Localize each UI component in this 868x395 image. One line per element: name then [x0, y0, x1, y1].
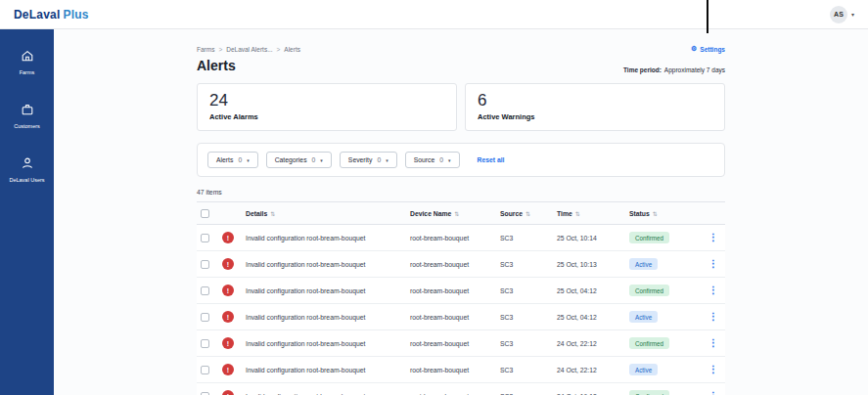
column-header-status[interactable]: Status ⇅: [629, 210, 702, 217]
row-actions-kebab[interactable]: ⋮: [702, 365, 725, 374]
filter-label: Source: [414, 156, 435, 163]
cell-details: Invalid configuration root-bream-bouquet: [246, 235, 410, 241]
chevron-down-icon: ▾: [448, 157, 451, 163]
table-row: ! Invalid configuration root-bream-bouqu…: [197, 225, 725, 251]
sidebar-item-label: Farms: [20, 69, 35, 75]
user-menu[interactable]: AS ▾: [830, 6, 854, 23]
breadcrumb-item-farms[interactable]: Farms: [197, 46, 214, 53]
status-badge: Active: [629, 258, 658, 270]
cell-source: SC3: [500, 340, 557, 347]
chevron-down-icon: ▾: [247, 157, 250, 163]
status-badge: Confirmed: [629, 337, 669, 349]
column-label: Source: [500, 210, 523, 217]
status-badge: Confirmed: [629, 285, 669, 296]
time-period-value: Approximately 7 days: [664, 66, 725, 73]
cell-time: 25 Oct, 10:13: [557, 261, 629, 268]
row-checkbox[interactable]: [201, 260, 209, 269]
table-row: ! Invalid configuration root-bream-bouqu…: [197, 357, 725, 383]
status-badge: Active: [629, 311, 658, 323]
cell-source: SC3: [500, 287, 557, 294]
chevron-down-icon: ▾: [320, 157, 323, 163]
sidebar-item-farms[interactable]: Farms: [0, 49, 54, 75]
cell-details: Invalid configuration root-bream-bouquet: [246, 287, 410, 294]
filter-dropdown-source[interactable]: Source 0 ▾: [405, 152, 460, 168]
logo-text-secondary: Plus: [63, 8, 88, 22]
sort-icon[interactable]: ⇅: [525, 210, 530, 217]
table-row: ! Invalid configuration root-bream-bouqu…: [197, 383, 725, 395]
cell-source: SC3: [500, 261, 557, 268]
avatar[interactable]: AS: [830, 6, 847, 23]
sidebar: Farms Customers DeLaval Users: [0, 29, 54, 395]
column-header-source[interactable]: Source ⇅: [500, 210, 557, 217]
cell-details: Invalid configuration root-bream-bouquet: [246, 367, 410, 373]
chevron-down-icon: ▾: [386, 157, 388, 163]
cell-device-name: root-bream-bouquet: [410, 261, 500, 268]
logo-text-primary: DeLaval: [14, 8, 60, 22]
table-row: ! Invalid configuration root-bream-bouqu…: [197, 278, 725, 304]
row-checkbox[interactable]: [201, 366, 209, 374]
alert-severity-icon: !: [222, 390, 234, 395]
stat-card-active-warnings: 6 Active Warnings: [465, 83, 725, 131]
cell-source: SC3: [500, 235, 557, 241]
active-alarms-count: 24: [209, 91, 444, 110]
row-checkbox[interactable]: [201, 339, 209, 348]
sidebar-item-delaval-users[interactable]: DeLaval Users: [0, 156, 54, 183]
sidebar-item-customers[interactable]: Customers: [0, 103, 54, 129]
sidebar-item-label: DeLaval Users: [9, 177, 44, 183]
cell-time: 24 Oct, 22:12: [557, 340, 629, 347]
select-all-checkbox[interactable]: [201, 209, 209, 218]
table-row: ! Invalid configuration root-bream-bouqu…: [197, 304, 725, 330]
row-actions-kebab[interactable]: ⋮: [702, 391, 725, 395]
breadcrumb-separator: >: [218, 46, 222, 53]
cell-source: SC3: [500, 367, 557, 373]
breadcrumb-item-alerts: Alerts: [284, 46, 300, 53]
filter-bar: Alerts 0 ▾ Categories 0 ▾ Severity 0 ▾ S…: [197, 143, 725, 177]
row-checkbox[interactable]: [201, 313, 209, 322]
cell-device-name: root-bream-bouquet: [410, 287, 500, 294]
sort-icon[interactable]: ⇅: [653, 210, 658, 217]
filter-dropdown-categories[interactable]: Categories 0 ▾: [266, 152, 332, 168]
row-checkbox[interactable]: [201, 234, 209, 242]
settings-button[interactable]: ⚙ Settings: [691, 45, 725, 53]
top-bar: DeLavalPlus AS ▾: [0, 0, 868, 29]
filter-dropdown-alerts[interactable]: Alerts 0 ▾: [207, 152, 258, 168]
row-actions-kebab[interactable]: ⋮: [702, 233, 725, 242]
filter-dropdown-severity[interactable]: Severity 0 ▾: [340, 152, 397, 168]
breadcrumb-item-delaval-alerts[interactable]: DeLaval Alerts...: [226, 46, 272, 53]
reset-all-button[interactable]: Reset all: [478, 156, 505, 163]
alert-severity-icon: !: [222, 285, 234, 296]
customers-icon: [21, 103, 34, 120]
column-header-device-name[interactable]: Device Name ⇅: [410, 210, 500, 217]
filter-label: Alerts: [216, 156, 233, 163]
filter-count: 0: [439, 156, 443, 163]
row-checkbox[interactable]: [201, 392, 209, 395]
cell-time: 24 Oct, 22:12: [557, 367, 629, 373]
cell-device-name: root-bream-bouquet: [410, 367, 500, 373]
sort-icon[interactable]: ⇅: [575, 210, 580, 217]
breadcrumb-separator: >: [277, 46, 281, 53]
row-actions-kebab[interactable]: ⋮: [702, 338, 725, 348]
active-warnings-label: Active Warnings: [478, 112, 712, 121]
column-label: Device Name: [410, 210, 451, 217]
time-period-label: Time period:: [623, 66, 662, 73]
row-actions-kebab[interactable]: ⋮: [702, 285, 725, 295]
column-header-time[interactable]: Time ⇅: [557, 210, 629, 217]
alert-severity-icon: !: [222, 258, 234, 270]
row-checkbox[interactable]: [201, 286, 209, 295]
row-actions-kebab[interactable]: ⋮: [702, 312, 725, 322]
app-window: DeLavalPlus AS ▾ Farms Customers DeLaval…: [0, 0, 868, 395]
main-area: Farms > DeLaval Alerts... > Alerts ⚙ Set…: [54, 29, 868, 395]
column-label: Status: [629, 210, 650, 217]
items-count: 47 items: [197, 189, 725, 196]
sort-icon[interactable]: ⇅: [454, 210, 459, 217]
active-alarms-label: Active Alarms: [209, 112, 444, 121]
row-actions-kebab[interactable]: ⋮: [702, 259, 725, 269]
active-warnings-count: 6: [478, 91, 712, 110]
cell-device-name: root-bream-bouquet: [410, 235, 500, 241]
sort-icon[interactable]: ⇅: [270, 210, 275, 217]
table-row: ! Invalid configuration root-bream-bouqu…: [197, 330, 725, 357]
column-header-details[interactable]: Details ⇅: [246, 210, 410, 217]
cell-details: Invalid configuration root-bream-bouquet: [246, 314, 410, 321]
filter-count: 0: [377, 156, 381, 163]
app-logo[interactable]: DeLavalPlus: [14, 8, 89, 22]
